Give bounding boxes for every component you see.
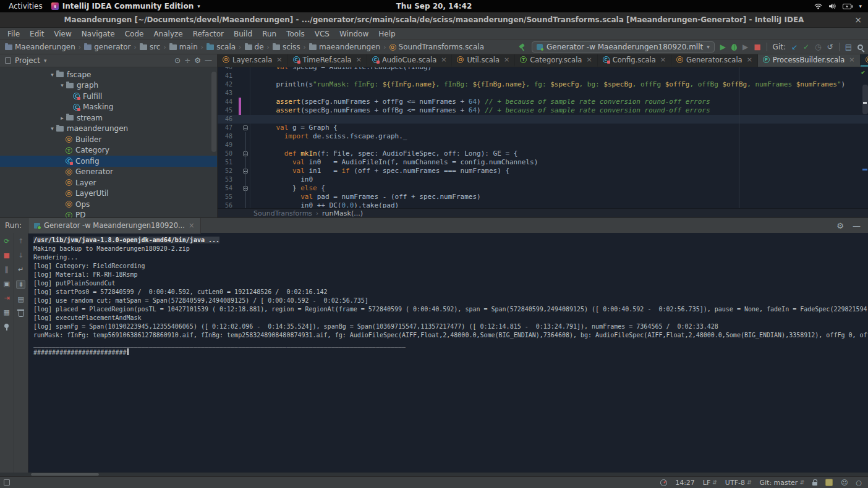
menu-item-file[interactable]: File	[2, 30, 25, 38]
run-with-coverage-icon[interactable]: ▶	[742, 43, 748, 51]
locate-file-icon[interactable]: ⊙	[174, 56, 181, 65]
project-panel-title[interactable]: Project	[15, 56, 40, 65]
hide-panel-icon[interactable]: —	[205, 56, 212, 65]
next-occurrence-icon[interactable]: ↓	[18, 251, 23, 259]
chevron-down-icon[interactable]: ▾	[48, 72, 56, 78]
title-bar[interactable]: Maeanderungen [~/Documents/devel/Maeande…	[0, 12, 868, 28]
breadcrumb-item[interactable]: scala	[206, 43, 236, 51]
breadcrumb-item[interactable]: generator	[84, 43, 130, 51]
menu-item-code[interactable]: Code	[120, 30, 149, 38]
event-log-icon[interactable]: ○	[856, 479, 862, 487]
git-history-icon[interactable]: ◷	[815, 43, 821, 51]
git-branch-indicator[interactable]: Git: master ⇵	[759, 479, 804, 487]
project-tree-scrollbar[interactable]	[211, 72, 216, 152]
tree-item-ops[interactable]: Ops	[0, 199, 217, 210]
panel-settings-gear-icon[interactable]: ⚙	[194, 56, 201, 65]
project-structure-icon[interactable]: ▤	[845, 43, 852, 51]
thread-dump-icon[interactable]: ▣	[4, 280, 10, 288]
print-icon[interactable]: ▤	[18, 295, 24, 303]
close-tab-icon[interactable]: ×	[660, 56, 666, 64]
editor-tab[interactable]: Generator.scala×	[671, 54, 758, 67]
prev-occurrence-icon[interactable]: ↑	[18, 237, 23, 245]
git-rollback-icon[interactable]: ↺	[827, 43, 833, 51]
menu-item-help[interactable]: Help	[373, 30, 400, 38]
tree-item-pd[interactable]: PD	[0, 210, 217, 218]
editor-tab[interactable]: Category.scala×	[515, 54, 597, 67]
close-tab-icon[interactable]: ×	[441, 56, 446, 64]
breadcrumb-item[interactable]: SoundTransforms.scala	[389, 43, 484, 51]
tree-item-generator[interactable]: Generator	[0, 167, 217, 178]
build-project-icon[interactable]	[518, 43, 526, 51]
chevron-down-icon[interactable]: ▾	[44, 57, 47, 64]
editor-scrollbar[interactable]	[862, 85, 868, 114]
run-settings-gear-icon[interactable]: ⚙	[836, 221, 844, 230]
close-icon[interactable]: ×	[189, 221, 195, 230]
menu-item-build[interactable]: Build	[229, 30, 257, 38]
restore-layout-icon[interactable]: ▦	[4, 308, 10, 316]
menu-item-vcs[interactable]: VCS	[310, 30, 334, 38]
tree-item-fulfill[interactable]: Fulfill	[0, 91, 217, 102]
menu-item-view[interactable]: View	[49, 30, 76, 38]
tree-item-layer[interactable]: Layer	[0, 177, 217, 188]
tree-item-fscape[interactable]: ▾fscape	[0, 69, 217, 80]
tree-item-masking[interactable]: Masking	[0, 102, 217, 113]
scroll-to-end-icon[interactable]: ⇟	[16, 280, 25, 289]
chevron-down-icon[interactable]: ▾	[58, 82, 66, 88]
scrollbar-thumb[interactable]	[31, 473, 99, 476]
menu-item-edit[interactable]: Edit	[25, 30, 49, 38]
inspection-status-icon[interactable]: ✔	[861, 69, 865, 75]
close-window-icon[interactable]: ×	[854, 15, 862, 25]
menu-item-refactor[interactable]: Refactor	[188, 30, 229, 38]
close-tab-icon[interactable]: ×	[747, 56, 752, 64]
breadcrumb-file[interactable]: SoundTransforms	[253, 209, 312, 217]
git-commit-icon[interactable]: ✓	[803, 43, 809, 51]
editor-tab[interactable]: Config.scala×	[598, 54, 671, 67]
breadcrumb-item[interactable]: maeanderungen	[309, 43, 380, 51]
git-update-icon[interactable]: ↙	[791, 43, 798, 51]
activities-button[interactable]: Activities	[0, 2, 51, 11]
menu-item-analyze[interactable]: Analyze	[148, 30, 187, 38]
editor-tab[interactable]: SoundTransforms.scala×	[861, 54, 868, 67]
editor-tab[interactable]: AudioCue.scala×	[367, 54, 453, 67]
toolwindow-switcher-icon[interactable]	[4, 479, 10, 486]
gnome-system-tray[interactable]: ▾	[814, 3, 868, 9]
clear-console-icon[interactable]	[19, 311, 23, 317]
close-tab-icon[interactable]: ×	[276, 56, 282, 64]
run-button[interactable]: ▶	[720, 43, 726, 51]
run-configuration-select[interactable]: Generator -w Maeanderungen180920.mllt ▾	[532, 41, 715, 53]
tree-item-category[interactable]: Category	[0, 145, 217, 156]
run-console[interactable]: /usr/lib/jvm/java-1.8.0-openjdk-amd64/bi…	[28, 233, 868, 473]
highlighting-level-icon[interactable]	[825, 479, 833, 486]
search-everywhere-icon[interactable]	[857, 44, 863, 50]
close-tab-icon[interactable]: ×	[849, 56, 854, 64]
tree-item-layerutil[interactable]: LayerUtil	[0, 188, 217, 200]
breadcrumb-item[interactable]: de	[245, 43, 264, 51]
menu-item-tools[interactable]: Tools	[281, 30, 310, 38]
chevron-down-icon[interactable]: ▾	[48, 125, 56, 132]
tree-item-stream[interactable]: ▸stream	[0, 112, 217, 124]
editor-tab[interactable]: TimeRef.scala×	[288, 54, 367, 67]
collapse-all-icon[interactable]: ÷	[184, 56, 190, 65]
error-stripe-mark[interactable]	[862, 169, 867, 170]
code-editor[interactable]: 40 val specBg = AudioFile.readSpec(fInBg…	[218, 67, 868, 208]
pin-tab-icon[interactable]	[4, 324, 9, 328]
stop-button[interactable]: ■	[754, 43, 760, 51]
menu-item-run[interactable]: Run	[257, 30, 281, 38]
close-tab-icon[interactable]: ×	[586, 56, 592, 64]
breadcrumb-item[interactable]: sciss	[273, 43, 300, 51]
soft-wrap-icon[interactable]: ↵	[18, 266, 23, 274]
console-horizontal-scrollbar[interactable]	[0, 473, 868, 476]
breadcrumb-item[interactable]: src	[140, 43, 161, 51]
tree-item-builder[interactable]: Builder	[0, 134, 217, 145]
rerun-icon[interactable]: ⟳	[4, 237, 9, 245]
fold-marker[interactable]	[241, 124, 250, 132]
fold-icon[interactable]	[243, 125, 248, 130]
tree-item-config[interactable]: Config	[0, 156, 217, 167]
tree-item-maeanderungen[interactable]: ▾maeanderungen	[0, 124, 217, 135]
close-tab-icon[interactable]: ×	[504, 56, 509, 64]
close-tab-icon[interactable]: ×	[356, 56, 362, 64]
hector-inspector-icon[interactable]: ☺	[841, 479, 848, 487]
breadcrumb-member[interactable]: runMask(...)	[322, 209, 363, 217]
error-stripe-mark[interactable]	[863, 102, 867, 104]
chevron-right-icon[interactable]: ▸	[58, 115, 66, 121]
